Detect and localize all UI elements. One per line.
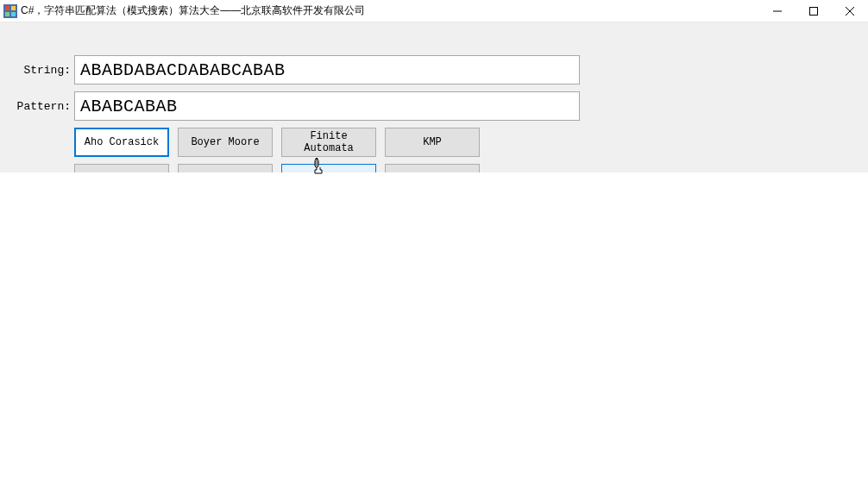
finite-automata-button[interactable]: Finite Automata [281,128,376,157]
string-label: String: [0,64,74,77]
svg-rect-1 [5,6,9,10]
aho-corasick-button[interactable]: Aho Corasick [74,128,169,157]
svg-rect-2 [11,6,16,10]
output-area [0,172,868,482]
minimize-button[interactable] [759,0,796,22]
titlebar: C#，字符串匹配算法（模式搜索）算法大全——北京联高软件开发有限公司 [0,0,868,22]
window-controls [759,0,868,22]
pattern-row: Pattern: [0,91,868,121]
pattern-label: Pattern: [0,100,74,113]
svg-rect-3 [5,12,9,16]
window-title: C#，字符串匹配算法（模式搜索）算法大全——北京联高软件开发有限公司 [21,3,759,18]
svg-rect-6 [810,8,818,16]
kmp-button[interactable]: KMP [385,128,480,157]
boyer-moore-button[interactable]: Boyer Moore [178,128,273,157]
client-area: String: Pattern: Aho Corasick Boyer Moor… [0,22,868,172]
maximize-button[interactable] [796,0,832,22]
pattern-input[interactable] [74,91,580,121]
string-row: String: [0,55,868,85]
app-icon [3,4,17,18]
close-button[interactable] [832,0,868,22]
string-input[interactable] [74,55,580,85]
svg-rect-4 [11,12,16,16]
